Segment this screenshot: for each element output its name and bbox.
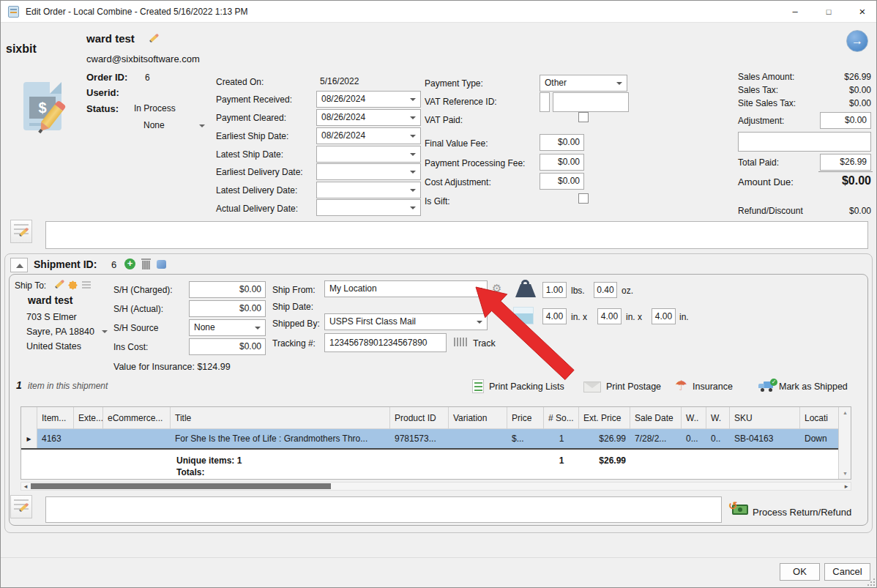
payment-cleared-combo[interactable]: 08/26/2024 [316, 109, 421, 126]
track-link[interactable]: Track [473, 338, 496, 349]
scroll-left-icon[interactable]: ◂ [21, 483, 30, 490]
dropdown-caret-icon[interactable] [477, 288, 482, 291]
table-vertical-scrollbar[interactable]: ▲ ▼ [838, 407, 851, 479]
col-ecommerce[interactable]: eCommerce... [103, 407, 171, 429]
package-icon[interactable] [157, 260, 166, 269]
col-w1[interactable]: W.. [682, 407, 706, 429]
final-value-fee-input[interactable]: $0.00 [540, 134, 584, 151]
ins-cost-input[interactable]: $0.00 [189, 338, 266, 355]
dropdown-caret-icon[interactable] [477, 321, 482, 324]
earliest-ship-date-combo[interactable]: 08/26/2024 [316, 127, 421, 144]
dropdown-caret-icon[interactable] [410, 116, 416, 119]
insurance-link[interactable]: Insurance [693, 382, 733, 392]
sh-charged-input[interactable]: $0.00 [189, 281, 266, 298]
vat-paid-label: VAT Paid: [425, 115, 463, 125]
vat-country-input[interactable] [540, 92, 550, 112]
sh-actual-input[interactable]: $0.00 [189, 300, 266, 317]
col-sku[interactable]: SKU [730, 407, 800, 429]
dim3-input[interactable]: 4.00 [652, 308, 676, 324]
sun-icon[interactable] [68, 280, 78, 290]
shipment-notes-input[interactable] [45, 496, 722, 523]
ok-button[interactable]: OK [780, 563, 820, 581]
payment-processing-fee-input[interactable]: $0.00 [540, 154, 584, 171]
print-packing-lists-icon[interactable] [472, 379, 484, 393]
maximize-button-icon[interactable]: □ [812, 1, 846, 23]
col-location[interactable]: Locati [800, 407, 840, 429]
cell-sold: 1 [544, 429, 579, 448]
gear-icon[interactable]: ⚙ [492, 282, 501, 295]
add-shipment-button[interactable]: + [124, 258, 135, 269]
edit-buyer-pencil-icon[interactable] [149, 33, 160, 42]
process-return-refund-link[interactable]: Process Return/Refund [753, 507, 851, 518]
scroll-right-icon[interactable]: ▸ [842, 483, 851, 490]
weight-lbs-input[interactable]: 1.00 [542, 282, 567, 298]
header-gutter [21, 407, 37, 429]
col-w2[interactable]: W. [706, 407, 730, 429]
minimize-button-icon[interactable]: – [778, 1, 812, 23]
resize-grip[interactable] [873, 584, 875, 586]
col-external[interactable]: Exte... [74, 407, 103, 429]
adjustment-note-input[interactable] [738, 132, 871, 152]
mark-as-shipped-link[interactable]: Mark as Shipped [779, 382, 848, 392]
latest-ship-date-combo[interactable] [316, 146, 421, 163]
earliest-delivery-date-combo[interactable] [316, 163, 421, 180]
table-horizontal-scrollbar[interactable]: ◂ ▸ [20, 482, 851, 491]
forward-arrow-button[interactable]: → [846, 30, 868, 52]
dropdown-caret-icon[interactable] [255, 327, 261, 330]
scroll-up-icon[interactable]: ▲ [839, 407, 851, 418]
tracking-input[interactable]: 12345678901234567890 [324, 333, 447, 352]
vat-paid-checkbox[interactable] [578, 112, 589, 122]
col-sale-date[interactable]: Sale Date [630, 407, 682, 429]
dim1-input[interactable]: 4.00 [542, 308, 567, 324]
col-variation[interactable]: Variation [449, 407, 507, 429]
dropdown-caret-icon[interactable] [410, 189, 416, 192]
latest-ship-date-label: Latest Ship Date: [216, 149, 283, 160]
app-icon-pencil [10, 12, 17, 13]
dropdown-caret-icon[interactable] [410, 135, 416, 138]
adjustment-input[interactable]: $0.00 [820, 112, 871, 129]
status-dropdown[interactable]: None [143, 120, 165, 130]
vat-reference-input[interactable] [553, 92, 629, 112]
col-ext-price[interactable]: Ext. Price [579, 407, 630, 429]
dropdown-caret-icon[interactable] [616, 82, 622, 85]
dropdown-caret-icon[interactable] [410, 153, 416, 156]
col-sold[interactable]: # So... [544, 407, 579, 429]
scroll-down-icon[interactable]: ▼ [839, 468, 851, 479]
cancel-button[interactable]: Cancel [824, 563, 870, 581]
payment-received-combo[interactable]: 08/26/2024 [316, 91, 421, 108]
payment-type-combo[interactable]: Other [540, 75, 627, 92]
delete-shipment-icon[interactable] [141, 258, 151, 269]
col-item[interactable]: Item... [37, 407, 74, 429]
sh-source-combo[interactable]: None [189, 319, 266, 336]
collapse-shipment-button[interactable] [10, 258, 28, 272]
col-product-id[interactable]: Product ID [390, 407, 449, 429]
is-gift-checkbox[interactable] [578, 193, 589, 204]
dropdown-caret-icon[interactable] [410, 206, 416, 209]
scrollbar-thumb[interactable] [31, 483, 331, 489]
latest-delivery-date-combo[interactable] [316, 182, 421, 198]
address-list-icon[interactable] [82, 281, 91, 290]
cost-adjustment-input[interactable]: $0.00 [540, 173, 584, 190]
col-price[interactable]: Price [507, 407, 544, 429]
status-dropdown-caret-icon[interactable] [199, 124, 205, 127]
total-paid-input[interactable]: $26.99 [820, 154, 871, 171]
close-button-icon[interactable]: × [846, 1, 877, 23]
umbrella-icon[interactable]: ☂ [675, 377, 687, 394]
actual-delivery-date-combo[interactable] [316, 199, 421, 216]
address-dropdown-caret-icon[interactable] [102, 330, 108, 333]
barcode-icon[interactable] [454, 338, 469, 346]
print-postage-link[interactable]: Print Postage [606, 382, 661, 392]
shipped-by-combo[interactable]: USPS First Class Mail [324, 313, 488, 330]
col-title[interactable]: Title [171, 407, 390, 429]
lbs-unit: lbs. [571, 286, 585, 296]
print-postage-envelope-icon[interactable] [583, 382, 601, 392]
dim2-input[interactable]: 4.00 [597, 308, 622, 324]
ship-from-combo[interactable]: My Location [324, 280, 488, 297]
dropdown-caret-icon[interactable] [410, 98, 416, 101]
table-row[interactable]: ▸ 4163 For She Is the Tree of Life : Gra… [21, 429, 838, 450]
weight-oz-input[interactable]: 0.40 [594, 282, 617, 298]
dropdown-caret-icon[interactable] [410, 171, 416, 174]
mark-as-shipped-truck-icon[interactable]: ✓ [758, 379, 777, 392]
print-packing-lists-link[interactable]: Print Packing Lists [489, 382, 564, 392]
order-notes-input[interactable] [45, 221, 868, 249]
